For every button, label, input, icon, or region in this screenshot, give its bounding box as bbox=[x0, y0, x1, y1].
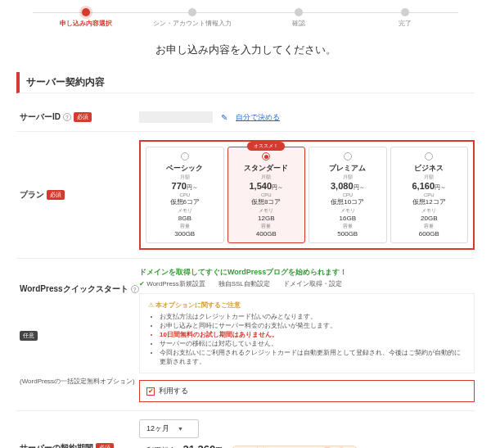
plan-business[interactable]: ビジネス 月額 6,160円～ CPU 仮想12コア メモリ 20GB 容量 6… bbox=[390, 147, 469, 243]
wp-quickstart-label: WordPressクイックスタート bbox=[20, 283, 128, 295]
row-wp-quickstart: WordPressクイックスタート ? 任意 (WordPressの一括設定無料… bbox=[16, 259, 475, 411]
wp-use-label: 利用する bbox=[159, 386, 188, 396]
step-3: 確認 bbox=[246, 8, 352, 28]
period-select[interactable]: 12ヶ月 ▼ bbox=[139, 419, 199, 438]
wp-benefit-list: ✔ WordPress新規設置 独自SSL自動設定 ドメイン取得・設定 bbox=[139, 279, 475, 288]
edit-icon[interactable]: ✎ bbox=[221, 113, 227, 122]
chevron-down-icon: ▼ bbox=[178, 426, 183, 432]
plan-standard[interactable]: オススメ！ スタンダード 月額 1,540円～ CPU 仮想8コア メモリ 12… bbox=[227, 147, 306, 243]
warn-item-no-trial: 10日間無料のお試し期間はありません。 bbox=[160, 330, 466, 339]
period-value: 12ヶ月 bbox=[146, 423, 169, 434]
warning-icon: ⚠ bbox=[148, 301, 154, 309]
fee-line: ご利用料金 21,360円 3ヶ月契約よりトータル2,400円お得！ bbox=[139, 443, 475, 448]
step-1: 申し込み内容選択 bbox=[33, 8, 139, 28]
checkbox-icon: ✔ bbox=[146, 387, 155, 396]
warn-item: 今回お支払いにご利用されるクレジットカードは自動更新用として登録され、今後はご契… bbox=[160, 348, 466, 366]
radio-icon bbox=[425, 152, 433, 161]
section-header-server: サーバー契約内容 bbox=[16, 72, 475, 93]
help-icon[interactable]: ? bbox=[131, 285, 139, 293]
required-badge: 必須 bbox=[96, 443, 114, 448]
check-icon: ✔ bbox=[139, 280, 145, 287]
step-2: シン・アカウント情報入力 bbox=[139, 8, 246, 28]
page-title: お申し込み内容を入力してください。 bbox=[16, 43, 475, 57]
wp-warning-box: ⚠ 本オプションに関するご注意 お支払方法はクレジットカード払いのみとなります。… bbox=[139, 293, 475, 373]
step-4: 完了 bbox=[352, 8, 458, 28]
required-badge: 必須 bbox=[47, 190, 65, 200]
choose-self-link[interactable]: 自分で決める bbox=[236, 112, 280, 123]
plan-premium[interactable]: プレミアム 月額 3,080円～ CPU 仮想10コア メモリ 16GB 容量 … bbox=[309, 147, 387, 243]
optional-badge: 任意 bbox=[20, 331, 38, 341]
row-server-id: サーバーID ? 必須 ✎ 自分で決める bbox=[16, 103, 475, 132]
recommend-ribbon: オススメ！ bbox=[247, 142, 285, 151]
radio-icon bbox=[181, 152, 189, 161]
wp-use-checkbox[interactable]: ✔ 利用する bbox=[139, 380, 475, 402]
server-id-value bbox=[139, 111, 213, 123]
help-icon[interactable]: ? bbox=[63, 113, 71, 121]
warn-item: お申し込みと同時にサーバー料金のお支払いが発生します。 bbox=[160, 321, 466, 330]
radio-icon bbox=[262, 152, 270, 161]
required-badge: 必須 bbox=[74, 112, 92, 122]
server-id-label: サーバーID bbox=[20, 111, 61, 123]
wp-quickstart-sublabel: (WordPressの一括設定無料オプション) bbox=[20, 377, 139, 386]
progress-stepper: 申し込み内容選択 シン・アカウント情報入力 確認 完了 bbox=[33, 8, 458, 28]
plan-label: プラン bbox=[20, 189, 44, 201]
row-plan: プラン 必須 ベーシック 月額 770円～ CPU 仮想6コア メモリ 8GB … bbox=[16, 132, 475, 259]
period-label: サーバーの契約期間 bbox=[20, 442, 93, 448]
row-contract-period: サーバーの契約期間 必須 12ヶ月 ▼ ご利用料金 21,360円 3ヶ月契約よ… bbox=[16, 411, 475, 448]
warn-item: サーバーの移転には対応していません。 bbox=[160, 339, 466, 348]
wp-benefit-title: ドメインを取得してすぐにWordPressブログを始められます！ bbox=[139, 267, 475, 278]
plan-basic[interactable]: ベーシック 月額 770円～ CPU 仮想6コア メモリ 8GB 容量 300G… bbox=[146, 147, 224, 243]
plan-options: ベーシック 月額 770円～ CPU 仮想6コア メモリ 8GB 容量 300G… bbox=[139, 140, 475, 250]
radio-icon bbox=[344, 152, 352, 161]
warn-item: お支払方法はクレジットカード払いのみとなります。 bbox=[160, 312, 466, 321]
